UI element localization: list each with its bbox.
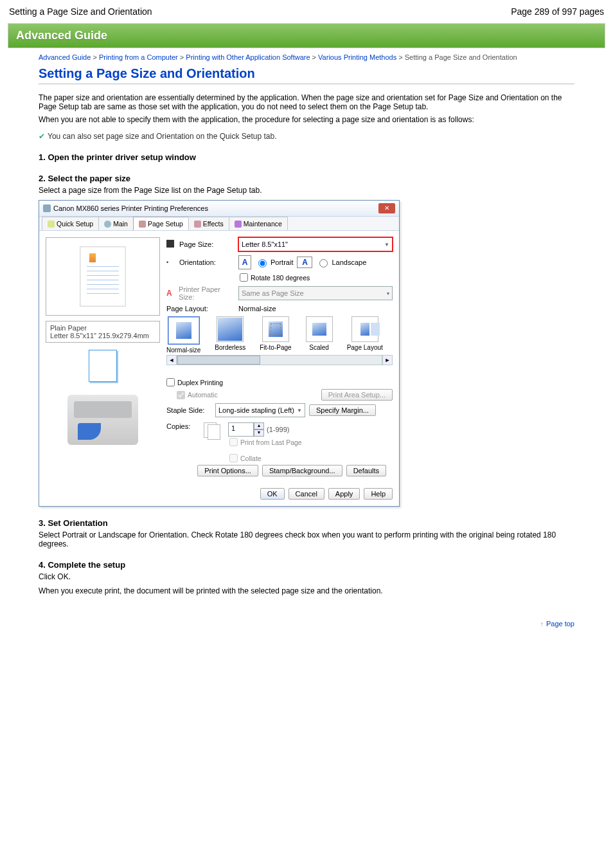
copies-spinner[interactable]: 1 ▲▼ (228, 422, 264, 437)
step4-body2: When you execute print, the document wil… (39, 586, 574, 595)
staple-side-select[interactable]: Long-side stapling (Left)▼ (215, 403, 305, 417)
print-area-button: Print Area Setup... (321, 389, 393, 401)
page-header-left: Setting a Page Size and Orientation (9, 6, 152, 17)
step3-head: 3. Set Orientation (39, 518, 574, 528)
spin-up-icon[interactable]: ▲ (254, 422, 264, 429)
layout-scaled[interactable]: Scaled (306, 316, 333, 354)
page-preview (46, 237, 160, 316)
chevron-down-icon: ▾ (387, 291, 389, 296)
breadcrumb-link-1[interactable]: Advanced Guide (39, 53, 91, 61)
banner-advanced-guide: Advanced Guide (8, 23, 605, 48)
duplex-checkbox[interactable]: Duplex Printing (166, 378, 393, 386)
layout-fit[interactable]: Fit-to-Page (260, 316, 291, 354)
step4-body1: Click OK. (39, 572, 574, 581)
printer-icon (43, 204, 51, 212)
help-button[interactable]: Help (364, 488, 393, 500)
portrait-thumb: A (238, 255, 251, 269)
step2-head: 2. Select the paper size (39, 174, 574, 183)
page-size-icon (166, 240, 177, 249)
defaults-button[interactable]: Defaults (346, 465, 386, 476)
print-last-checkbox: Print from Last Page (229, 438, 302, 446)
print-options-button[interactable]: Print Options... (197, 465, 258, 476)
intro-text: The paper size and orientation are essen… (39, 93, 574, 111)
printer-paper-label: Printer Paper Size: (179, 285, 235, 301)
portrait-radio[interactable]: Portrait (255, 257, 293, 267)
page-layout-label: Page Layout: (166, 305, 208, 312)
rotate-180-checkbox[interactable]: Rotate 180 degrees (240, 273, 393, 282)
dialog-tabs: Quick Setup Main Page Setup Effects Main… (39, 217, 399, 231)
dialog-titlebar: Canon MX860 series Printer Printing Pref… (39, 201, 399, 217)
breadcrumb-link-2[interactable]: Printing from a Computer (99, 53, 178, 61)
close-button[interactable]: ✕ (378, 203, 395, 213)
step1-head: 1. Open the printer driver setup window (39, 152, 574, 162)
page-top-link[interactable]: ↑Page top (0, 601, 613, 666)
paper-info: Plain Paper Letter 8.5"x11" 215.9x279.4m… (46, 321, 160, 343)
step2-body: Select a page size from the Page Size li… (39, 186, 574, 195)
note-text: When you are not able to specify them wi… (39, 115, 574, 124)
copies-label: Copies: (166, 422, 199, 430)
layout-options: Normal-size Borderless Fit-to-Page Scale… (166, 316, 393, 354)
landscape-radio[interactable]: Landscape (316, 257, 366, 267)
chevron-down-icon: ▼ (297, 408, 302, 413)
page-title: Setting a Page Size and Orientation (39, 66, 574, 81)
step4-head: 4. Complete the setup (39, 560, 574, 570)
breadcrumb-link-4[interactable]: Various Printing Methods (318, 53, 396, 61)
main-icon (104, 221, 111, 228)
breadcrumb: Advanced Guide > Printing from a Compute… (39, 53, 574, 61)
copies-icon (204, 422, 223, 439)
page-size-select[interactable]: Letter 8.5"x11"▼ (238, 237, 393, 251)
page-setup-icon (139, 221, 146, 228)
tab-quick-setup[interactable]: Quick Setup (42, 217, 99, 230)
printer-preview (46, 389, 160, 451)
orientation-icon (166, 258, 177, 267)
tab-effects[interactable]: Effects (188, 217, 229, 230)
copies-value[interactable]: 1 (228, 422, 254, 437)
page-header-right: Page 289 of 997 pages (511, 6, 604, 17)
staple-side-label: Staple Side: (166, 406, 211, 414)
quick-note: You can also set page size and Orientati… (39, 132, 574, 141)
copies-range: (1-999) (267, 426, 289, 433)
landscape-thumb: A (297, 257, 312, 268)
printing-preferences-dialog: Canon MX860 series Printer Printing Pref… (39, 200, 400, 507)
paper-dims: Letter 8.5"x11" 215.9x279.4mm (50, 332, 155, 339)
dialog-title: Canon MX860 series Printer Printing Pref… (53, 204, 208, 212)
effects-icon (194, 221, 201, 228)
sheet-preview (46, 348, 160, 384)
cancel-button[interactable]: Cancel (289, 488, 324, 500)
layout-normal[interactable]: Normal-size (166, 316, 200, 354)
layout-scrollbar[interactable]: ◄ ► (166, 355, 393, 365)
printer-paper-select: Same as Page Size▾ (238, 286, 393, 300)
breadcrumb-current: Setting a Page Size and Orientation (405, 53, 517, 61)
layout-borderless[interactable]: Borderless (215, 316, 245, 354)
up-arrow-icon: ↑ (540, 620, 544, 628)
collate-checkbox: Collate (229, 454, 302, 462)
ok-button[interactable]: OK (260, 488, 285, 500)
paper-type: Plain Paper (50, 324, 155, 332)
layout-pagelayout[interactable]: Page Layout (347, 316, 383, 354)
page-size-label: Page Size: (179, 240, 213, 248)
title-separator (39, 84, 574, 84)
chevron-down-icon: ▼ (384, 242, 389, 248)
step3-body: Select Portrait or Landscape for Orienta… (39, 530, 574, 548)
maintenance-icon (235, 221, 242, 228)
printer-paper-icon: A (166, 289, 176, 298)
quick-setup-icon (48, 221, 55, 228)
page-layout-value: Normal-size (238, 305, 276, 312)
breadcrumb-link-3[interactable]: Printing with Other Application Software (186, 53, 310, 61)
spin-down-icon[interactable]: ▼ (254, 429, 264, 437)
tab-page-setup[interactable]: Page Setup (133, 217, 189, 230)
driver-setup-link[interactable]: printer driver setup window (86, 152, 195, 162)
stamp-background-button[interactable]: Stamp/Background... (262, 465, 342, 476)
apply-button[interactable]: Apply (328, 488, 360, 500)
orientation-label: Orientation: (179, 258, 216, 266)
scroll-right-icon[interactable]: ► (382, 355, 393, 365)
specify-margin-button[interactable]: Specify Margin... (309, 404, 376, 416)
tab-main[interactable]: Main (98, 217, 134, 230)
automatic-checkbox: Automatic (177, 391, 218, 399)
tab-maintenance[interactable]: Maintenance (229, 217, 288, 230)
scroll-left-icon[interactable]: ◄ (166, 355, 177, 365)
